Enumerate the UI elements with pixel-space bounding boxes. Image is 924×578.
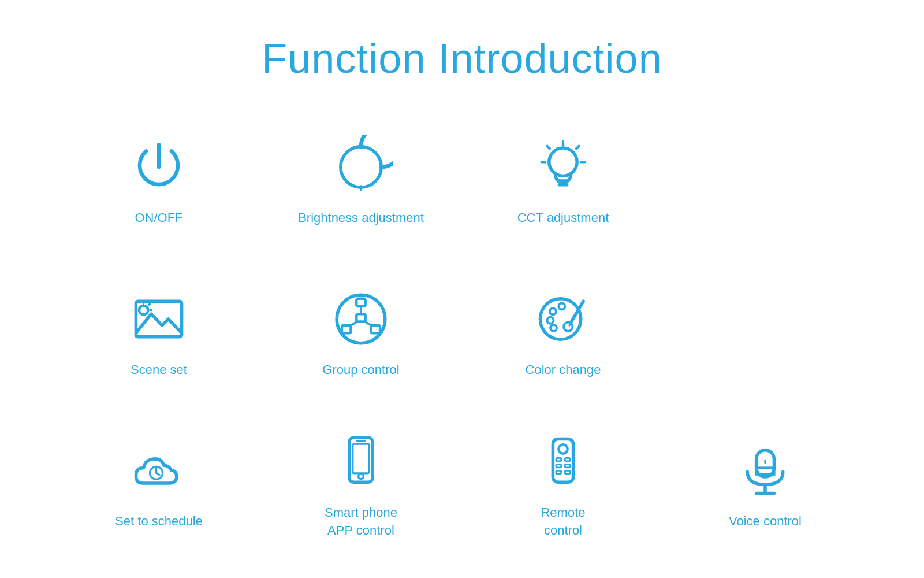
svg-rect-41	[556, 458, 561, 461]
svg-point-27	[547, 317, 554, 323]
svg-line-14	[148, 303, 150, 305]
svg-point-12	[139, 305, 148, 314]
feature-scene: Scene set	[58, 257, 260, 409]
svg-point-25	[550, 308, 556, 314]
svg-line-9	[547, 146, 550, 149]
smartphone-icon	[329, 430, 393, 494]
feature-onoff: ON/OFF	[58, 105, 260, 257]
remote-icon	[531, 430, 595, 494]
feature-remote: Remote control	[462, 409, 664, 561]
onoff-icon	[127, 135, 191, 199]
smartphone-label: Smart phone APP control	[325, 504, 397, 540]
voice-icon	[733, 439, 797, 502]
svg-line-7	[576, 146, 579, 149]
svg-rect-17	[356, 298, 365, 306]
brightness-icon	[329, 135, 393, 199]
svg-line-22	[351, 321, 357, 325]
group-icon	[329, 287, 393, 351]
voice-label: Voice control	[729, 513, 802, 531]
onoff-label: ON/OFF	[135, 209, 182, 227]
schedule-icon	[127, 439, 191, 502]
cct-icon	[531, 135, 595, 199]
svg-rect-51	[757, 468, 774, 475]
brightness-label: Brightness adjustment	[298, 209, 424, 227]
svg-point-3	[549, 148, 577, 176]
svg-rect-44	[565, 464, 570, 468]
svg-point-40	[558, 444, 567, 453]
feature-color: Color change	[462, 257, 664, 409]
feature-group: Group control	[260, 257, 462, 409]
feature-brightness: Brightness adjustment	[260, 105, 462, 257]
group-label: Group control	[322, 361, 399, 379]
page-title: Function Introduction	[262, 35, 662, 82]
svg-point-0	[341, 147, 381, 187]
color-icon	[531, 287, 595, 351]
feature-voice: Voice control	[664, 409, 866, 561]
svg-rect-46	[565, 470, 570, 474]
schedule-label: Set to schedule	[115, 513, 203, 531]
svg-line-34	[157, 473, 160, 475]
feature-smartphone: Smart phone APP control	[260, 409, 462, 561]
color-label: Color change	[526, 361, 601, 379]
svg-rect-36	[353, 444, 370, 473]
svg-rect-19	[371, 325, 380, 333]
feature-schedule: Set to schedule	[58, 409, 260, 561]
cct-label: CCT adjustment	[517, 209, 609, 227]
svg-point-37	[359, 474, 364, 479]
scene-icon	[127, 287, 191, 351]
svg-rect-43	[556, 464, 561, 468]
svg-rect-45	[556, 470, 561, 474]
features-grid: ON/OFF Brightness adjustment	[58, 105, 866, 578]
remote-label: Remote control	[541, 504, 585, 540]
svg-line-23	[365, 321, 371, 325]
svg-rect-20	[356, 314, 365, 321]
svg-rect-42	[565, 458, 570, 461]
svg-point-16	[337, 295, 385, 343]
scene-label: Scene set	[131, 361, 187, 379]
svg-rect-18	[342, 325, 351, 333]
svg-point-26	[558, 303, 565, 309]
feature-cct: CCT adjustment	[462, 105, 664, 257]
svg-point-28	[550, 324, 557, 331]
